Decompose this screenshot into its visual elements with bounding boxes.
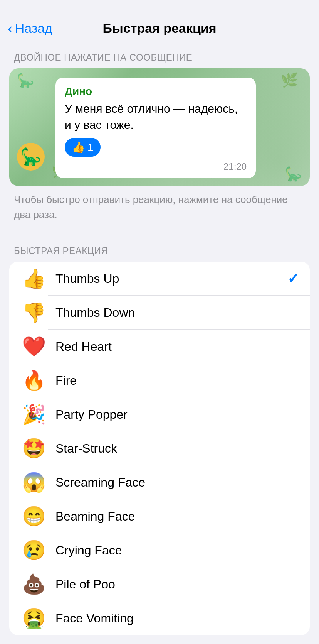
reaction-item[interactable]: 🎉Party Popper — [9, 397, 310, 431]
back-chevron-icon: ‹ — [8, 21, 13, 36]
reaction-item-name: Thumbs Down — [55, 306, 299, 320]
reaction-item-emoji: 🤩 — [20, 437, 48, 460]
reaction-item-name: Star-Struck — [55, 441, 299, 456]
back-button[interactable]: ‹ Назад — [8, 21, 52, 36]
reaction-item-emoji: 😁 — [20, 505, 48, 527]
message-time: 21:20 — [65, 161, 247, 172]
reaction-list: 👍Thumbs Up✓👎Thumbs Down❤️Red Heart🔥Fire🎉… — [9, 262, 310, 635]
reaction-item-name: Crying Face — [55, 543, 299, 558]
chat-hint: Чтобы быстро отправить реакцию, нажмите … — [0, 186, 319, 234]
reaction-item[interactable]: 👍Thumbs Up✓ — [9, 262, 310, 296]
reaction-item-emoji: 👎 — [20, 301, 48, 324]
reaction-item[interactable]: ❤️Red Heart — [9, 330, 310, 363]
reaction-item[interactable]: 🔥Fire — [9, 363, 310, 397]
reaction-item-emoji: 🤮 — [20, 607, 48, 629]
reaction-item-emoji: 🎉 — [20, 403, 48, 426]
navigation-bar: ‹ Назад Быстрая реакция — [0, 0, 319, 41]
reaction-item-emoji: 😢 — [20, 539, 48, 561]
reaction-item-name: Face Vomiting — [55, 611, 299, 625]
reaction-item-name: Fire — [55, 374, 299, 388]
reaction-item[interactable]: 🤩Star-Struck — [9, 431, 310, 465]
reaction-item-name: Pile of Poo — [55, 577, 299, 592]
chat-preview: 🦕 🌿 🌿 🦕 🦕 Дино У меня всё отлично — наде… — [9, 68, 310, 186]
reaction-item-emoji: ❤️ — [20, 335, 48, 358]
double-tap-section-label: ДВОЙНОЕ НАЖАТИЕ НА СООБЩЕНИЕ — [0, 41, 319, 68]
message-bubble: Дино У меня всё отлично — надеюсь, и у в… — [55, 78, 256, 178]
reaction-item-name: Beaming Face — [55, 509, 299, 524]
reaction-item-emoji: 👍 — [20, 267, 48, 290]
avatar: 🦕 — [17, 143, 45, 171]
reaction-item-emoji: 😱 — [20, 471, 48, 494]
avatar-emoji: 🦕 — [20, 147, 42, 167]
page-title: Быстрая реакция — [102, 21, 216, 36]
reaction-item-emoji: 💩 — [20, 573, 48, 595]
reaction-item[interactable]: 😱Screaming Face — [9, 465, 310, 499]
reaction-item[interactable]: 👎Thumbs Down — [9, 296, 310, 330]
reaction-item-name: Red Heart — [55, 340, 299, 354]
selected-checkmark-icon: ✓ — [287, 270, 299, 287]
bg-emoji-4: 🦕 — [285, 166, 302, 182]
reaction-item[interactable]: 🤮Face Vomiting — [9, 601, 310, 635]
reaction-item[interactable]: 😢Crying Face — [9, 533, 310, 567]
bg-emoji-1: 🦕 — [17, 72, 34, 88]
reaction-item-name: Thumbs Up — [55, 272, 287, 286]
reaction-emoji: 👍 — [72, 141, 85, 154]
back-label: Назад — [15, 21, 52, 36]
message-sender: Дино — [65, 85, 247, 98]
reaction-item-name: Screaming Face — [55, 475, 299, 490]
reaction-item[interactable]: 😁Beaming Face — [9, 499, 310, 533]
reaction-count: 1 — [87, 141, 94, 154]
reaction-item-name: Party Popper — [55, 407, 299, 422]
message-text: У меня всё отлично — надеюсь, и у вас то… — [65, 101, 247, 133]
reaction-item[interactable]: 💩Pile of Poo — [9, 567, 310, 601]
quick-reaction-section-label: БЫСТРАЯ РЕАКЦИЯ — [0, 234, 319, 262]
reaction-badge: 👍 1 — [65, 138, 101, 157]
bg-emoji-2: 🌿 — [281, 72, 298, 88]
reaction-item-emoji: 🔥 — [20, 369, 48, 392]
